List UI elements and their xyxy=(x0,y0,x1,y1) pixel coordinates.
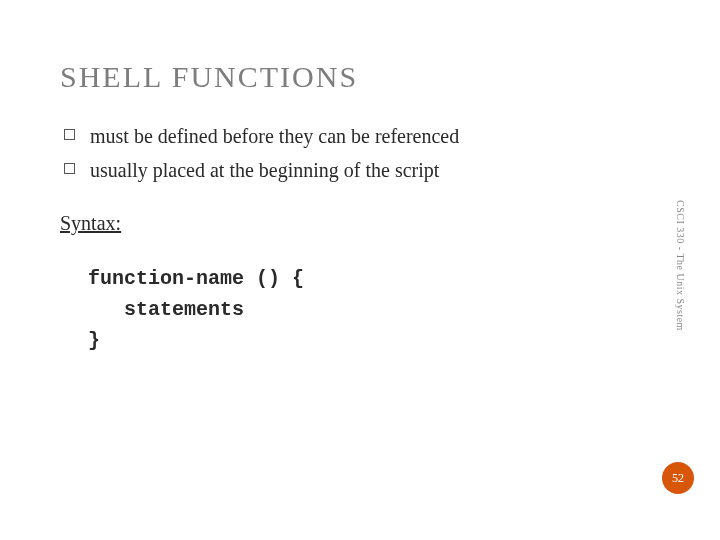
slide-title: SHELL FUNCTIONS xyxy=(60,60,660,94)
code-line: } xyxy=(88,329,100,352)
course-label: CSCI 330 - The Unix System xyxy=(670,200,686,400)
list-item: usually placed at the beginning of the s… xyxy=(60,156,660,184)
slide: SHELL FUNCTIONS must be defined before t… xyxy=(0,0,720,540)
list-item: must be defined before they can be refer… xyxy=(60,122,660,150)
syntax-label: Syntax: xyxy=(60,212,660,235)
code-line: function-name () { xyxy=(88,267,304,290)
bullet-list: must be defined before they can be refer… xyxy=(60,122,660,184)
code-line: statements xyxy=(88,298,244,321)
page-number-badge: 52 xyxy=(662,462,694,494)
code-block: function-name () { statements } xyxy=(88,263,660,356)
